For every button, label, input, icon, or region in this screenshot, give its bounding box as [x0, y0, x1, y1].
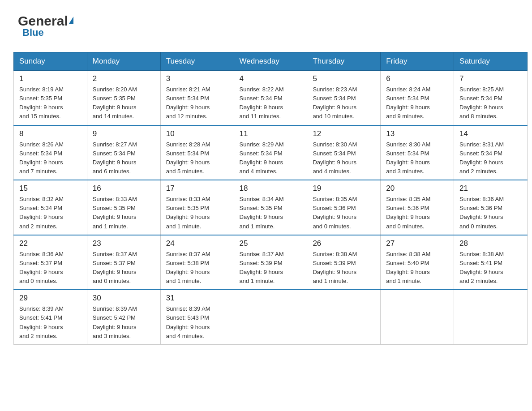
day-info: Sunrise: 8:39 AM Sunset: 5:41 PM Dayligh… [19, 304, 82, 341]
day-number: 30 [93, 294, 155, 303]
day-info: Sunrise: 8:21 AM Sunset: 5:34 PM Dayligh… [166, 85, 228, 121]
day-number: 24 [166, 239, 228, 248]
calendar-day-cell: 1 Sunrise: 8:19 AM Sunset: 5:35 PM Dayli… [14, 71, 87, 125]
day-number: 20 [386, 184, 448, 193]
weekday-header-friday: Friday [381, 52, 454, 71]
calendar-day-cell: 8 Sunrise: 8:26 AM Sunset: 5:34 PM Dayli… [14, 125, 87, 180]
day-number: 25 [240, 239, 302, 248]
calendar-day-cell: 4 Sunrise: 8:22 AM Sunset: 5:34 PM Dayli… [234, 71, 307, 125]
day-number: 23 [93, 239, 155, 248]
logo-triangle-icon [69, 17, 73, 24]
day-info: Sunrise: 8:26 AM Sunset: 5:34 PM Dayligh… [19, 140, 82, 176]
day-number: 10 [166, 129, 228, 138]
day-number: 12 [313, 129, 375, 138]
calendar-day-cell: 6 Sunrise: 8:24 AM Sunset: 5:34 PM Dayli… [381, 71, 454, 125]
calendar-day-cell: 9 Sunrise: 8:27 AM Sunset: 5:34 PM Dayli… [87, 125, 160, 180]
day-info: Sunrise: 8:34 AM Sunset: 5:35 PM Dayligh… [240, 195, 302, 231]
weekday-header-tuesday: Tuesday [160, 52, 234, 71]
day-number: 6 [386, 74, 448, 83]
day-info: Sunrise: 8:30 AM Sunset: 5:34 PM Dayligh… [313, 140, 375, 176]
day-info: Sunrise: 8:33 AM Sunset: 5:35 PM Dayligh… [166, 195, 228, 231]
calendar-day-cell: 12 Sunrise: 8:30 AM Sunset: 5:34 PM Dayl… [307, 125, 381, 180]
calendar-week-row: 15 Sunrise: 8:32 AM Sunset: 5:34 PM Dayl… [14, 180, 528, 235]
day-number: 16 [93, 184, 155, 193]
day-number: 28 [459, 239, 522, 248]
calendar-day-cell: 14 Sunrise: 8:31 AM Sunset: 5:34 PM Dayl… [454, 125, 528, 180]
calendar-day-cell: 31 Sunrise: 8:39 AM Sunset: 5:43 PM Dayl… [160, 290, 234, 344]
calendar-week-row: 8 Sunrise: 8:26 AM Sunset: 5:34 PM Dayli… [14, 125, 528, 180]
calendar-day-cell: 16 Sunrise: 8:33 AM Sunset: 5:35 PM Dayl… [87, 180, 160, 235]
logo-general-text: General [18, 13, 68, 29]
day-info: Sunrise: 8:29 AM Sunset: 5:34 PM Dayligh… [240, 140, 302, 176]
day-number: 2 [93, 74, 155, 83]
day-info: Sunrise: 8:19 AM Sunset: 5:35 PM Dayligh… [19, 85, 82, 121]
calendar-day-cell: 2 Sunrise: 8:20 AM Sunset: 5:35 PM Dayli… [87, 71, 160, 125]
day-number: 5 [313, 74, 375, 83]
weekday-header-wednesday: Wednesday [234, 52, 307, 71]
calendar-day-cell [234, 290, 307, 344]
day-number: 31 [166, 294, 228, 303]
day-number: 15 [19, 184, 82, 193]
calendar-day-cell: 3 Sunrise: 8:21 AM Sunset: 5:34 PM Dayli… [160, 71, 234, 125]
calendar-week-row: 1 Sunrise: 8:19 AM Sunset: 5:35 PM Dayli… [14, 71, 528, 125]
calendar-day-cell: 27 Sunrise: 8:38 AM Sunset: 5:40 PM Dayl… [381, 235, 454, 290]
day-number: 11 [240, 129, 302, 138]
day-info: Sunrise: 8:39 AM Sunset: 5:42 PM Dayligh… [93, 304, 155, 341]
day-number: 1 [19, 74, 82, 83]
day-number: 9 [93, 129, 155, 138]
calendar-day-cell: 5 Sunrise: 8:23 AM Sunset: 5:34 PM Dayli… [307, 71, 381, 125]
calendar-day-cell: 22 Sunrise: 8:36 AM Sunset: 5:37 PM Dayl… [14, 235, 87, 290]
day-info: Sunrise: 8:35 AM Sunset: 5:36 PM Dayligh… [313, 195, 375, 231]
day-number: 8 [19, 129, 82, 138]
day-info: Sunrise: 8:28 AM Sunset: 5:34 PM Dayligh… [166, 140, 228, 176]
day-number: 19 [313, 184, 375, 193]
day-info: Sunrise: 8:37 AM Sunset: 5:38 PM Dayligh… [166, 250, 228, 286]
day-info: Sunrise: 8:25 AM Sunset: 5:34 PM Dayligh… [459, 85, 522, 121]
calendar-day-cell: 15 Sunrise: 8:32 AM Sunset: 5:34 PM Dayl… [14, 180, 87, 235]
day-number: 29 [19, 294, 82, 303]
logo-blue-text: Blue [22, 27, 44, 39]
weekday-header-row: SundayMondayTuesdayWednesdayThursdayFrid… [14, 52, 528, 71]
day-info: Sunrise: 8:31 AM Sunset: 5:34 PM Dayligh… [459, 140, 522, 176]
calendar-day-cell: 17 Sunrise: 8:33 AM Sunset: 5:35 PM Dayl… [160, 180, 234, 235]
logo: General Blue [18, 13, 73, 39]
day-number: 7 [459, 74, 522, 83]
page-header: General Blue [9, 9, 523, 43]
calendar-day-cell: 21 Sunrise: 8:36 AM Sunset: 5:36 PM Dayl… [454, 180, 528, 235]
calendar-day-cell: 7 Sunrise: 8:25 AM Sunset: 5:34 PM Dayli… [454, 71, 528, 125]
calendar-day-cell: 13 Sunrise: 8:30 AM Sunset: 5:34 PM Dayl… [381, 125, 454, 180]
day-number: 13 [386, 129, 448, 138]
day-info: Sunrise: 8:27 AM Sunset: 5:34 PM Dayligh… [93, 140, 155, 176]
calendar-table: SundayMondayTuesdayWednesdayThursdayFrid… [13, 52, 528, 345]
day-info: Sunrise: 8:38 AM Sunset: 5:40 PM Dayligh… [386, 250, 448, 286]
day-number: 21 [459, 184, 522, 193]
weekday-header-thursday: Thursday [307, 52, 381, 71]
day-info: Sunrise: 8:23 AM Sunset: 5:34 PM Dayligh… [313, 85, 375, 121]
weekday-header-monday: Monday [87, 52, 160, 71]
day-number: 18 [240, 184, 302, 193]
day-number: 4 [240, 74, 302, 83]
day-info: Sunrise: 8:32 AM Sunset: 5:34 PM Dayligh… [19, 195, 82, 231]
calendar-day-cell: 30 Sunrise: 8:39 AM Sunset: 5:42 PM Dayl… [87, 290, 160, 344]
calendar-day-cell: 28 Sunrise: 8:38 AM Sunset: 5:41 PM Dayl… [454, 235, 528, 290]
calendar-day-cell [381, 290, 454, 344]
calendar-day-cell: 25 Sunrise: 8:37 AM Sunset: 5:39 PM Dayl… [234, 235, 307, 290]
day-number: 3 [166, 74, 228, 83]
calendar-day-cell [454, 290, 528, 344]
day-info: Sunrise: 8:35 AM Sunset: 5:36 PM Dayligh… [386, 195, 448, 231]
day-number: 14 [459, 129, 522, 138]
day-info: Sunrise: 8:39 AM Sunset: 5:43 PM Dayligh… [166, 304, 228, 341]
calendar-day-cell: 20 Sunrise: 8:35 AM Sunset: 5:36 PM Dayl… [381, 180, 454, 235]
day-info: Sunrise: 8:38 AM Sunset: 5:41 PM Dayligh… [459, 250, 522, 286]
calendar-day-cell: 19 Sunrise: 8:35 AM Sunset: 5:36 PM Dayl… [307, 180, 381, 235]
calendar-day-cell: 29 Sunrise: 8:39 AM Sunset: 5:41 PM Dayl… [14, 290, 87, 344]
weekday-header-sunday: Sunday [14, 52, 87, 71]
day-number: 17 [166, 184, 228, 193]
day-info: Sunrise: 8:36 AM Sunset: 5:37 PM Dayligh… [19, 250, 82, 286]
day-info: Sunrise: 8:33 AM Sunset: 5:35 PM Dayligh… [93, 195, 155, 231]
calendar-week-row: 22 Sunrise: 8:36 AM Sunset: 5:37 PM Dayl… [14, 235, 528, 290]
day-info: Sunrise: 8:24 AM Sunset: 5:34 PM Dayligh… [386, 85, 448, 121]
calendar-day-cell: 11 Sunrise: 8:29 AM Sunset: 5:34 PM Dayl… [234, 125, 307, 180]
calendar-day-cell [307, 290, 381, 344]
day-info: Sunrise: 8:36 AM Sunset: 5:36 PM Dayligh… [459, 195, 522, 231]
